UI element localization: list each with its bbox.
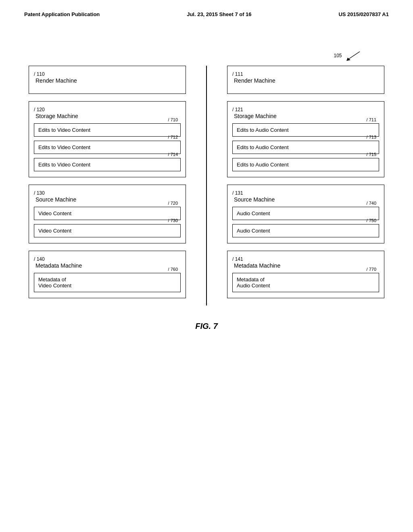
source-left-text-1: Video Content [38, 228, 71, 234]
columns-wrapper: / 110 Render Machine / 120 Storage Machi… [25, 66, 388, 305]
metadata-left-item-0: / 760 Metadata ofVideo Content [34, 273, 181, 292]
source-machine-right: / 131 Source Machine / 740 Audio Content… [227, 185, 384, 243]
ref-715: / 715 [367, 152, 376, 157]
storage-left-text-2: Edits to Video Content [38, 162, 90, 168]
render-machine-right: / 111 Render Machine [227, 66, 384, 94]
storage-right-text-0: Edits to Audio Content [237, 127, 289, 133]
ref-740: / 740 [367, 201, 376, 206]
ref-712: / 712 [168, 135, 178, 139]
source-left-text-0: Video Content [38, 210, 71, 216]
render-label-left: Render Machine [34, 77, 181, 84]
storage-right-item-1: / 713 Edits to Audio Content [232, 141, 379, 154]
storage-right-text-2: Edits to Audio Content [237, 162, 289, 168]
ref-131: / 131 [232, 190, 243, 196]
metadata-right-text-0: Metadata ofAudio Content [237, 276, 270, 289]
storage-left-text-1: Edits to Video Content [38, 144, 90, 150]
source-left-item-1: / 730 Video Content [34, 224, 181, 237]
metadata-label-left: Metadata Machine [34, 262, 181, 269]
ref-710: / 710 [168, 117, 178, 122]
metadata-left-text-0: Metadata ofVideo Content [38, 276, 71, 289]
storage-machine-left: / 120 Storage Machine / 710 Edits to Vid… [29, 101, 186, 177]
source-label-left: Source Machine [34, 196, 181, 203]
ref-770: / 770 [367, 267, 376, 272]
storage-left-item-2: / 714 Edits to Video Content [34, 158, 181, 171]
ref-105: 105 [334, 53, 342, 58]
source-right-text-0: Audio Content [237, 210, 270, 216]
ref-120: / 120 [34, 107, 45, 112]
page-header: Patent Application Publication Jul. 23, … [0, 0, 413, 17]
render-machine-left: / 110 Render Machine [29, 66, 186, 94]
ref-730: / 730 [168, 218, 178, 223]
ref-121: / 121 [232, 107, 243, 112]
storage-label-right: Storage Machine [232, 113, 379, 119]
ref-713: / 713 [367, 135, 376, 139]
col-right: / 111 Render Machine / 121 Storage Machi… [227, 66, 384, 305]
source-right-item-0: / 740 Audio Content [232, 207, 379, 220]
ref-714: / 714 [168, 152, 178, 157]
header-center: Jul. 23, 2015 Sheet 7 of 16 [187, 11, 251, 17]
svg-line-0 [348, 52, 360, 60]
source-right-text-1: Audio Content [237, 228, 270, 234]
ref-141: / 141 [232, 256, 243, 262]
metadata-machine-left: / 140 Metadata Machine / 760 Metadata of… [29, 251, 186, 298]
source-machine-left: / 130 Source Machine / 720 Video Content… [29, 185, 186, 243]
ref-110: / 110 [34, 71, 45, 77]
render-label-right: Render Machine [232, 77, 379, 84]
ref-711: / 711 [367, 117, 376, 122]
metadata-machine-right: / 141 Metadata Machine / 770 Metadata of… [227, 251, 384, 298]
ref-130: / 130 [34, 190, 45, 196]
header-right: US 2015/0207837 A1 [338, 11, 389, 17]
ref-140: / 140 [34, 256, 45, 262]
ref-720: / 720 [168, 201, 178, 206]
storage-left-item-1: / 712 Edits to Video Content [34, 141, 181, 154]
storage-right-item-0: / 711 Edits to Audio Content [232, 123, 379, 137]
source-label-right: Source Machine [232, 196, 379, 203]
col-left: / 110 Render Machine / 120 Storage Machi… [29, 66, 186, 305]
ref-111: / 111 [232, 71, 243, 77]
ref-750: / 750 [367, 218, 376, 223]
ref-105-arrow [344, 50, 364, 62]
storage-machine-right: / 121 Storage Machine / 711 Edits to Aud… [227, 101, 384, 177]
metadata-label-right: Metadata Machine [232, 262, 379, 269]
storage-left-item-0: / 710 Edits to Video Content [34, 123, 181, 137]
storage-right-text-1: Edits to Audio Content [237, 144, 289, 150]
source-left-item-0: / 720 Video Content [34, 207, 181, 220]
header-left: Patent Application Publication [24, 11, 100, 17]
ref-760: / 760 [168, 267, 178, 272]
storage-label-left: Storage Machine [34, 113, 181, 119]
center-line [206, 66, 207, 305]
metadata-right-item-0: / 770 Metadata ofAudio Content [232, 273, 379, 292]
diagram-area: 105 / 110 Render Machine / 120 Storage M… [25, 17, 388, 331]
source-right-item-1: / 750 Audio Content [232, 224, 379, 237]
storage-right-item-2: / 715 Edits to Audio Content [232, 158, 379, 171]
ref-105-area: 105 [25, 50, 388, 62]
storage-left-text-0: Edits to Video Content [38, 127, 90, 133]
fig-caption: FIG. 7 [25, 322, 388, 331]
